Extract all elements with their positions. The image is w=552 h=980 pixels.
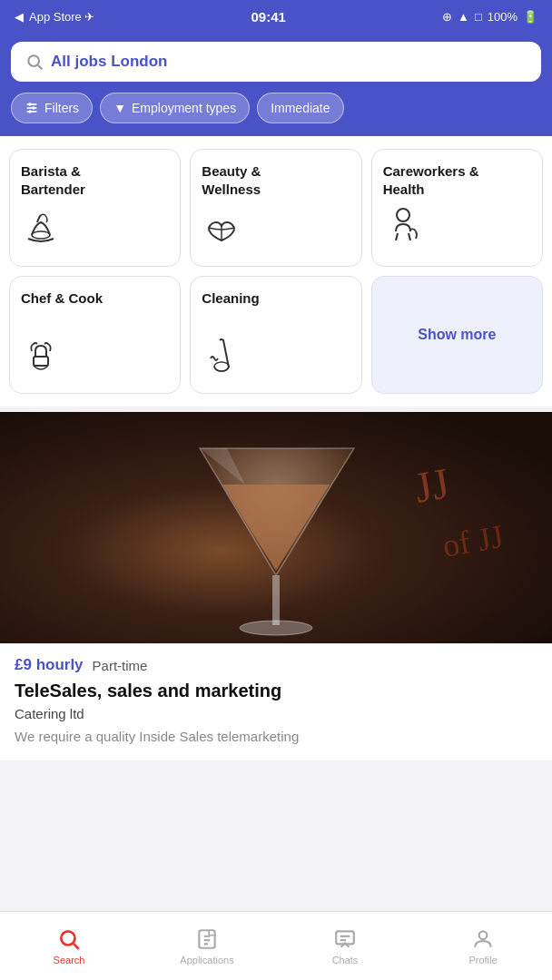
category-card-barista[interactable]: Barista &Bartender bbox=[9, 149, 181, 267]
search-nav-label: Search bbox=[54, 955, 85, 965]
signal-icon: ▲ bbox=[458, 10, 469, 24]
employment-types-label: Employment types bbox=[132, 101, 236, 115]
dropdown-icon: ▼ bbox=[113, 101, 126, 115]
profile-nav-icon bbox=[471, 927, 495, 951]
svg-point-24 bbox=[479, 931, 488, 939]
job-meta: £9 hourly Part-time bbox=[15, 656, 537, 674]
svg-rect-10 bbox=[34, 357, 48, 366]
category-icon-cleaning bbox=[202, 333, 350, 380]
status-right: ⊕ ▲ □ 100% 🔋 bbox=[442, 10, 537, 24]
svg-point-5 bbox=[28, 103, 31, 105]
applications-nav-label: Applications bbox=[180, 955, 233, 965]
job-rate: £9 hourly bbox=[15, 656, 84, 674]
category-icon-beauty bbox=[202, 213, 350, 253]
category-name-beauty: Beauty &Wellness bbox=[202, 162, 350, 198]
svg-point-7 bbox=[28, 110, 31, 113]
status-left: ◀ App Store ✈ bbox=[15, 10, 94, 24]
nav-item-applications[interactable]: Applications bbox=[138, 920, 276, 973]
categories-section: Barista &Bartender Beauty &Wellness bbox=[0, 136, 552, 407]
battery-icon: 🔋 bbox=[523, 10, 537, 24]
nav-item-profile[interactable]: Profile bbox=[414, 920, 552, 973]
header: All jobs London Filters ▼ Employment typ… bbox=[0, 33, 552, 136]
search-city: London bbox=[111, 53, 167, 70]
nav-item-search[interactable]: Search bbox=[0, 920, 138, 973]
search-bar[interactable]: All jobs London bbox=[11, 42, 541, 82]
applications-nav-icon bbox=[195, 927, 219, 951]
back-arrow: ◀ bbox=[15, 10, 24, 24]
filters-label: Filters bbox=[44, 101, 79, 115]
chats-nav-label: Chats bbox=[332, 955, 359, 965]
search-nav-icon bbox=[57, 927, 81, 951]
category-card-beauty[interactable]: Beauty &Wellness bbox=[190, 149, 361, 267]
category-name-chef: Chef & Cook bbox=[21, 289, 169, 308]
category-name-barista: Barista &Bartender bbox=[21, 162, 169, 198]
location-icon: ⊕ bbox=[442, 10, 452, 24]
search-text: All jobs London bbox=[51, 53, 167, 71]
nav-item-chats[interactable]: Chats bbox=[276, 920, 414, 973]
category-icon-barista bbox=[21, 210, 169, 253]
svg-point-0 bbox=[28, 55, 39, 66]
svg-point-6 bbox=[32, 106, 34, 109]
svg-line-1 bbox=[38, 65, 43, 70]
svg-point-18 bbox=[61, 931, 74, 945]
status-bar: ◀ App Store ✈ 09:41 ⊕ ▲ □ 100% 🔋 bbox=[0, 0, 552, 33]
job-image: JJ of JJ bbox=[0, 412, 552, 643]
chats-nav-icon bbox=[333, 927, 357, 951]
svg-point-15 bbox=[240, 621, 312, 635]
category-card-careworkers[interactable]: Careworkers &Health bbox=[371, 149, 543, 267]
job-image-svg: JJ of JJ bbox=[0, 412, 552, 643]
profile-nav-label: Profile bbox=[468, 955, 497, 965]
status-time: 09:41 bbox=[251, 9, 286, 24]
job-section: JJ of JJ £9 hourly Part-time TeleSales, … bbox=[0, 412, 552, 760]
employment-types-button[interactable]: ▼ Employment types bbox=[100, 93, 250, 123]
job-company: Catering ltd bbox=[15, 706, 537, 721]
wifi-icon: □ bbox=[475, 10, 482, 24]
job-details: £9 hourly Part-time TeleSales, sales and… bbox=[0, 643, 552, 760]
categories-grid: Barista &Bartender Beauty &Wellness bbox=[9, 149, 543, 394]
svg-point-8 bbox=[32, 231, 50, 239]
show-more-card[interactable]: Show more bbox=[371, 276, 543, 394]
search-placeholder: All jobs bbox=[51, 53, 106, 70]
immediate-button[interactable]: Immediate bbox=[257, 93, 343, 123]
job-type: Part-time bbox=[93, 658, 148, 673]
category-name-cleaning: Cleaning bbox=[202, 289, 350, 308]
svg-rect-14 bbox=[272, 575, 280, 625]
category-card-chef[interactable]: Chef & Cook bbox=[9, 276, 181, 394]
search-icon bbox=[25, 53, 44, 71]
svg-point-9 bbox=[397, 209, 409, 221]
sliders-icon bbox=[25, 101, 39, 115]
battery-label: 100% bbox=[488, 10, 518, 24]
category-icon-chef bbox=[21, 333, 169, 380]
filters-button[interactable]: Filters bbox=[11, 93, 93, 123]
show-more-label: Show more bbox=[418, 327, 496, 343]
app-store-label: App Store ✈ bbox=[29, 10, 94, 24]
category-card-cleaning[interactable]: Cleaning bbox=[190, 276, 361, 394]
immediate-label: Immediate bbox=[271, 101, 330, 115]
category-name-careworkers: Careworkers &Health bbox=[383, 162, 531, 198]
category-icon-careworkers bbox=[383, 206, 531, 253]
svg-line-19 bbox=[74, 943, 79, 948]
job-description: We require a quality Inside Sales telema… bbox=[15, 727, 537, 746]
filters-row: Filters ▼ Employment types Immediate bbox=[11, 93, 541, 123]
bottom-nav: Search Applications Chats Profile bbox=[0, 911, 552, 980]
job-title[interactable]: TeleSales, sales and marketing bbox=[15, 680, 537, 702]
